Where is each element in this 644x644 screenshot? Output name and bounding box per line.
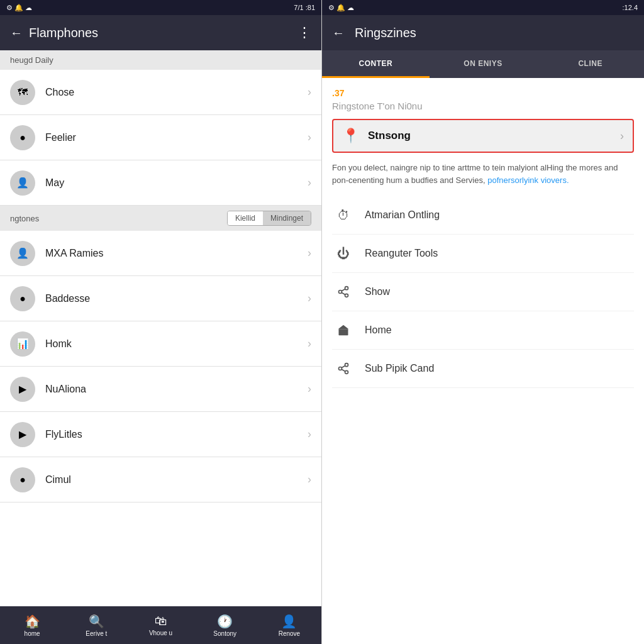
list-item[interactable]: ▶ FlyLitles › — [0, 412, 321, 457]
chevron-icon: › — [308, 428, 311, 441]
list-item[interactable]: 📊 Homk › — [0, 321, 321, 367]
action-item-home[interactable]: Home — [332, 311, 634, 350]
action-label: Sub Pipik Cand — [365, 363, 434, 374]
share2-icon — [332, 357, 355, 380]
tab-oneniys[interactable]: ON ENIYS — [430, 50, 537, 78]
person-icon: 👤 — [281, 614, 297, 629]
avatar: ▶ — [10, 377, 35, 402]
item-label: MXA Ramies — [45, 248, 308, 259]
chevron-icon: › — [308, 247, 311, 260]
status-right-time: :12.4 — [623, 4, 638, 11]
home-icon: 🏠 — [25, 614, 40, 629]
home-icon — [332, 319, 355, 341]
chevron-icon: › — [308, 473, 311, 486]
action-label: Atmarian Ontling — [365, 209, 440, 221]
status-right-icons: ⚙ 🔔 ☁ — [328, 4, 354, 12]
item-label: NuAliona — [45, 384, 308, 395]
nav-item-search[interactable]: 🔍 Eerive t — [64, 606, 128, 644]
chevron-icon: › — [308, 382, 311, 396]
left-panel: ⚙ 🔔 ☁ 7/1 :81 ← Flamphones ⋮ heugd Daily… — [0, 0, 322, 644]
svg-point-8 — [339, 367, 342, 370]
svg-point-7 — [345, 364, 348, 367]
list-item[interactable]: ● Baddesse › — [0, 276, 321, 321]
avatar: 👤 — [10, 241, 35, 266]
svg-line-3 — [341, 292, 345, 294]
content-subtitle: Ringstone T'on Ni0nu — [332, 101, 634, 111]
description-body: Fon you delect, naingre nip to tine artt… — [332, 163, 618, 185]
left-app-title: Flamphones — [29, 26, 297, 40]
action-item-reanguter[interactable]: ⏻ Reanguter Tools — [332, 235, 634, 273]
toggle-btn-mindinget[interactable]: Mindinget — [263, 211, 311, 225]
selected-item[interactable]: 📍 Stnsong › — [332, 119, 634, 153]
nav-item-bag[interactable]: 🛍 Vhoue u — [128, 606, 192, 644]
action-item-show[interactable]: Show — [332, 273, 634, 311]
chevron-icon: › — [308, 337, 311, 350]
left-back-arrow[interactable]: ← — [10, 26, 23, 40]
chevron-icon: › — [308, 86, 311, 99]
nav-item-person[interactable]: 👤 Renove — [257, 606, 321, 644]
avatar: 👤 — [10, 170, 35, 196]
action-item-atmarian[interactable]: ⏱ Atmarian Ontling — [332, 196, 634, 235]
bag-icon: 🛍 — [155, 614, 167, 628]
list-item[interactable]: ▶ NuAliona › — [0, 367, 321, 412]
item-label: Cimul — [45, 474, 308, 486]
tabs-bar: CONTER ON ENIYS CLINE — [322, 50, 644, 78]
item-label: Feelier — [45, 132, 308, 143]
list-item[interactable]: ● Feelier › — [0, 115, 321, 160]
svg-line-11 — [341, 365, 345, 367]
ringtones-label: ngtones — [10, 214, 39, 223]
right-content-area: .37 Ringstone T'on Ni0nu 📍 Stnsong › Fon… — [322, 78, 644, 644]
description-link[interactable]: pofnersorlyink viovers. — [487, 175, 569, 185]
nav-label-search: Eerive t — [86, 630, 107, 637]
avatar: 📊 — [10, 331, 35, 357]
selected-item-name: Stnsong — [368, 130, 620, 142]
status-left-time: 7/1 :81 — [294, 4, 315, 11]
right-app-title: Ringszines — [355, 26, 416, 40]
pin-icon: 📍 — [342, 128, 359, 144]
tab-cline[interactable]: CLINE — [536, 50, 644, 78]
action-label: Home — [365, 325, 392, 336]
ringtones-section-header: ngtones Kiellid Mindinget — [0, 206, 321, 231]
tab-conter[interactable]: CONTER — [322, 50, 430, 78]
svg-point-9 — [345, 370, 348, 374]
status-bar-left: ⚙ 🔔 ☁ 7/1 :81 — [0, 0, 321, 15]
list-item[interactable]: 👤 MXA Ramies › — [0, 231, 321, 276]
item-label: Homk — [45, 338, 308, 350]
nav-label-clock: Sontony — [213, 630, 236, 637]
search-icon: 🔍 — [89, 614, 104, 629]
action-label: Show — [365, 286, 390, 297]
svg-point-0 — [345, 287, 348, 290]
list-item[interactable]: 🗺 Chose › — [0, 70, 321, 115]
avatar: ● — [10, 467, 35, 492]
svg-point-1 — [339, 291, 342, 294]
right-app-header: ← Ringszines — [322, 15, 644, 50]
right-panel: ⚙ 🔔 ☁ :12.4 ← Ringszines CONTER ON ENIYS… — [322, 0, 644, 644]
more-options-icon[interactable]: ⋮ — [297, 25, 311, 41]
action-label: Reanguter Tools — [365, 248, 438, 259]
item-label: Baddesse — [45, 293, 308, 304]
selected-chevron-icon: › — [620, 130, 624, 143]
svg-line-10 — [341, 369, 345, 371]
action-item-subpipik[interactable]: Sub Pipik Cand — [332, 350, 634, 388]
status-bar-right: ⚙ 🔔 ☁ :12.4 — [322, 0, 644, 15]
nav-item-home[interactable]: 🏠 home — [0, 606, 64, 644]
list-item[interactable]: ● Cimul › — [0, 457, 321, 502]
bottom-navigation: 🏠 home 🔍 Eerive t 🛍 Vhoue u 🕐 Sontony 👤 … — [0, 606, 321, 644]
item-label: Chose — [45, 87, 308, 98]
list-item[interactable]: 👤 May › — [0, 160, 321, 206]
svg-marker-6 — [338, 325, 349, 330]
toggle-btn-kiellid[interactable]: Kiellid — [228, 211, 263, 225]
left-app-header: ← Flamphones ⋮ — [0, 15, 321, 50]
chevron-icon: › — [308, 176, 311, 189]
status-left-icons: ⚙ 🔔 ☁ — [6, 4, 32, 12]
toggle-group[interactable]: Kiellid Mindinget — [227, 211, 311, 226]
item-label: May — [45, 177, 308, 189]
chevron-icon: › — [308, 131, 311, 144]
nav-label-bag: Vhoue u — [149, 630, 172, 636]
right-back-arrow[interactable]: ← — [332, 26, 345, 40]
svg-rect-5 — [339, 329, 348, 335]
item-label: FlyLitles — [45, 429, 308, 440]
nav-item-clock[interactable]: 🕐 Sontony — [193, 606, 257, 644]
avatar: ● — [10, 286, 35, 311]
avatar: ▶ — [10, 422, 35, 447]
